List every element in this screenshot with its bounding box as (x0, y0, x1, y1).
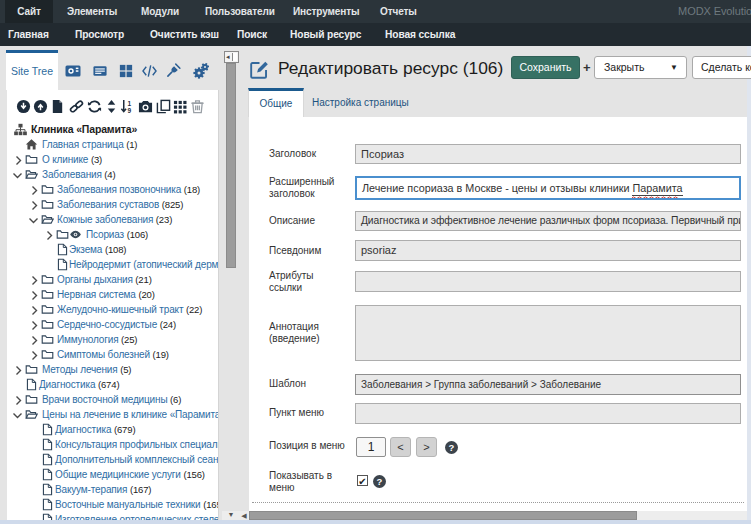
svg-text:1: 1 (128, 100, 132, 107)
svg-text:9: 9 (128, 107, 132, 114)
